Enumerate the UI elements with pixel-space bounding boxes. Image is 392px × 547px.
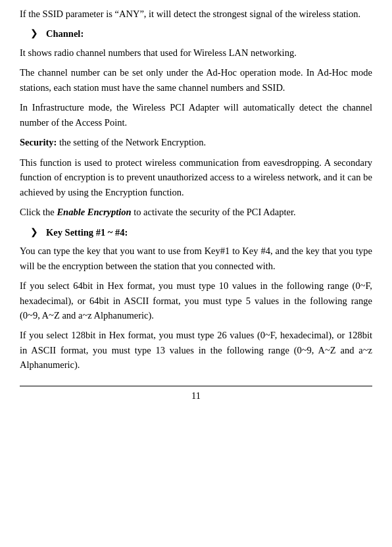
paragraph-5-bold: Security:: [20, 137, 57, 147]
paragraph-9-text: If you select 64bit in Hex format, you m…: [20, 280, 372, 321]
paragraph-2: It shows radio channel numbers that used…: [20, 45, 372, 60]
page-number: 11: [191, 390, 201, 401]
paragraph-6: This function is used to protect wireles…: [20, 155, 372, 199]
paragraph-7: Click the Enable Encryption to activate …: [20, 205, 372, 219]
paragraph-7-bold-italic: Enable Encryption: [57, 207, 131, 217]
paragraph-3-text: The channel number can be set only under…: [20, 67, 372, 92]
paragraph-10: If you select 128bit in Hex format, you …: [20, 328, 372, 372]
paragraph-2-text: It shows radio channel numbers that used…: [20, 47, 297, 58]
paragraph-1-text: If the SSID parameter is “ANY”, it will …: [20, 9, 360, 19]
bullet-channel: ❯ Channel:: [20, 26, 372, 41]
bullet-arrow-key: ❯: [30, 225, 38, 240]
paragraph-5-rest: the setting of the Network Encryption.: [57, 137, 206, 147]
paragraph-4: In Infrastructure mode, the Wireless PCI…: [20, 100, 372, 130]
bullet-arrow-channel: ❯: [30, 26, 38, 41]
page-footer: 11: [20, 386, 372, 402]
paragraph-6-text: This function is used to protect wireles…: [20, 157, 372, 197]
bullet-key-label: Key Setting #1 ~ #4:: [46, 225, 128, 240]
paragraph-1: If the SSID parameter is “ANY”, it will …: [20, 7, 372, 21]
paragraph-5: Security: the setting of the Network Enc…: [20, 135, 372, 149]
paragraph-7-after: to activate the security of the PCI Adap…: [132, 207, 296, 217]
bullet-key-setting: ❯ Key Setting #1 ~ #4:: [20, 225, 372, 240]
paragraph-7-before: Click the: [20, 207, 57, 217]
paragraph-8-text: You can type the key that you want to us…: [20, 246, 372, 271]
bullet-channel-label: Channel:: [46, 26, 84, 41]
paragraph-10-text: If you select 128bit in Hex format, you …: [20, 330, 372, 370]
paragraph-3: The channel number can be set only under…: [20, 65, 372, 95]
paragraph-9: If you select 64bit in Hex format, you m…: [20, 278, 372, 323]
paragraph-4-text: In Infrastructure mode, the Wireless PCI…: [20, 102, 372, 127]
paragraph-8: You can type the key that you want to us…: [20, 244, 372, 273]
